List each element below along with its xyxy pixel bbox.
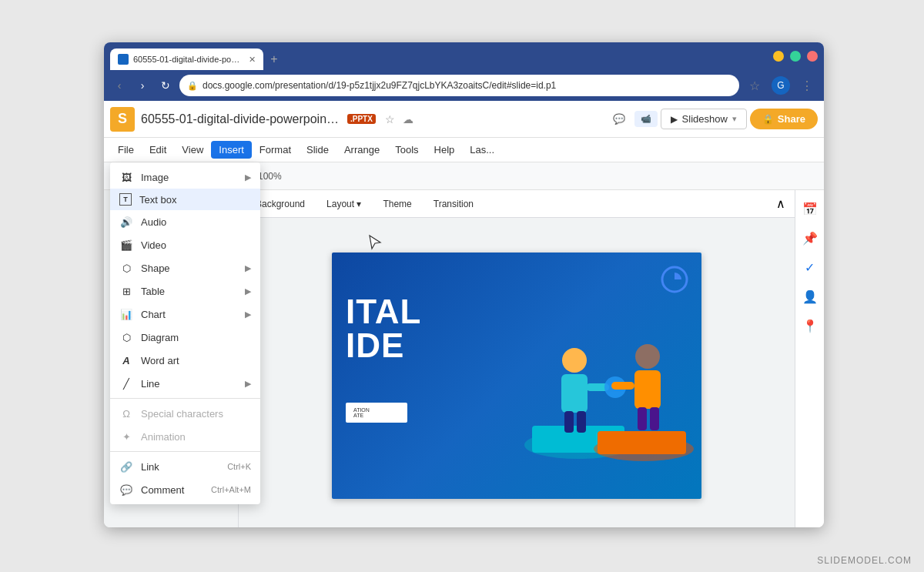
address-bar: ‹ › ↻ 🔒 docs.google.com/presentation/d/1… — [104, 70, 824, 101]
slide-title-line2: IDE — [346, 326, 404, 364]
insert-link-item[interactable]: 🔗 Link Ctrl+K — [110, 455, 260, 478]
menu-tools[interactable]: Tools — [387, 141, 426, 159]
textbox-label: Text box — [139, 194, 251, 206]
insert-comment-item[interactable]: 💬 Comment Ctrl+Alt+M — [110, 478, 260, 501]
menu-format[interactable]: Format — [252, 141, 299, 159]
audio-icon: 🔊 — [119, 215, 133, 229]
textbox-icon: T — [119, 193, 132, 206]
share-button[interactable]: 🔒 Share — [750, 109, 818, 129]
comment-icon: 💬 — [119, 483, 133, 497]
right-sidebar: 📅 📌 ✓ 👤 📍 + — [795, 190, 824, 527]
share-label: Share — [778, 113, 805, 125]
menu-divider-1 — [110, 398, 260, 399]
new-tab-button[interactable]: + — [263, 49, 285, 70]
menu-edit[interactable]: Edit — [142, 141, 174, 159]
svg-point-8 — [562, 348, 587, 373]
sidebar-calendar-icon[interactable]: 📅 — [798, 196, 822, 221]
menu-help[interactable]: Help — [427, 141, 463, 159]
insert-image-item[interactable]: 🖼 Image ▶ — [110, 166, 260, 189]
insert-special-chars-item[interactable]: Ω Special characters — [110, 402, 260, 425]
canvas-area[interactable]: ITAL IDE ATION ATE — [239, 218, 795, 527]
menu-bar: File Edit View Insert Format Slide Arran… — [104, 138, 824, 162]
maximize-button[interactable] — [790, 51, 801, 62]
slide-subtitle-line1: ATION — [353, 407, 370, 413]
slide-title-line1: ITAL — [346, 293, 422, 330]
comment-label: Comment — [141, 484, 203, 496]
doc-title[interactable]: 60555-01-digital-divide-powerpoint-templ… — [141, 112, 341, 126]
video-label: Video — [141, 239, 251, 251]
tab-title: 60555-01-digital-divide-powerp... — [133, 55, 241, 64]
animation-icon: ✦ — [119, 430, 133, 443]
insert-wordart-item[interactable]: A Word art — [110, 349, 260, 372]
insert-chart-item[interactable]: 📊 Chart ▶ — [110, 303, 260, 326]
insert-audio-item[interactable]: 🔊 Audio — [110, 210, 260, 233]
insert-textbox-item[interactable]: T Text box — [110, 189, 260, 210]
transition-button[interactable]: Transition — [426, 196, 481, 212]
diagram-icon: ⬡ — [119, 330, 133, 344]
image-label: Image — [141, 172, 237, 183]
slideshow-button[interactable]: ▶ Slideshow ▾ — [661, 109, 747, 129]
image-icon: 🖼 — [119, 170, 133, 184]
forward-button[interactable]: › — [133, 76, 152, 95]
video-icon: 🎬 — [119, 238, 133, 252]
collapse-button[interactable]: ∧ — [776, 196, 785, 211]
url-text: docs.google.com/presentation/d/19-p5z1tj… — [203, 80, 556, 91]
active-tab[interactable]: 60555-01-digital-divide-powerp... ✕ — [110, 49, 263, 70]
menu-view[interactable]: View — [174, 141, 211, 159]
table-arrow: ▶ — [245, 286, 251, 296]
address-bar-icons: ☆ G ⋮ — [744, 75, 818, 96]
sidebar-tasks-icon[interactable]: ✓ — [798, 255, 822, 279]
shape-icon: ⬡ — [119, 261, 133, 275]
svg-rect-10 — [564, 411, 574, 433]
sidebar-add-icon[interactable]: + — [798, 524, 822, 527]
tab-close-button[interactable]: ✕ — [249, 55, 256, 65]
line-arrow: ▶ — [245, 379, 251, 389]
layout-button[interactable]: Layout ▾ — [319, 196, 369, 212]
back-button[interactable]: ‹ — [110, 76, 129, 95]
comment-shortcut: Ctrl+Alt+M — [211, 485, 251, 494]
star-icon[interactable]: ☆ — [385, 113, 395, 125]
theme-button[interactable]: Theme — [375, 196, 419, 212]
url-bar[interactable]: 🔒 docs.google.com/presentation/d/19-p5z1… — [179, 75, 739, 96]
meet-button[interactable]: 📹 — [634, 111, 658, 127]
link-icon: 🔗 — [119, 460, 133, 473]
insert-video-item[interactable]: 🎬 Video — [110, 233, 260, 256]
close-button[interactable] — [807, 51, 818, 62]
insert-animation-item[interactable]: ✦ Animation — [110, 425, 260, 448]
special-chars-icon: Ω — [119, 406, 133, 420]
slide-canvas-area: Background Layout ▾ Theme Transition ∧ I… — [239, 190, 795, 527]
menu-icon[interactable]: ⋮ — [796, 75, 818, 96]
cloud-icon: ☁ — [403, 113, 413, 125]
tab-area: 60555-01-digital-divide-powerp... ✕ + — [110, 42, 764, 70]
pptx-badge: .PPTX — [347, 114, 376, 124]
insert-diagram-item[interactable]: ⬡ Diagram — [110, 326, 260, 349]
sidebar-keep-icon[interactable]: 📌 — [798, 226, 822, 250]
menu-divider-2 — [110, 451, 260, 452]
shape-label: Shape — [141, 263, 237, 274]
sidebar-maps-icon[interactable]: 📍 — [798, 313, 822, 338]
menu-slide[interactable]: Slide — [299, 141, 336, 159]
menu-insert[interactable]: Insert — [211, 141, 252, 159]
audio-label: Audio — [141, 216, 251, 228]
table-icon: ⊞ — [119, 284, 133, 298]
minimize-button[interactable] — [773, 51, 784, 62]
insert-line-item[interactable]: ╱ Line ▶ — [110, 372, 260, 395]
svg-rect-7 — [598, 431, 686, 454]
chat-button[interactable]: 💬 — [607, 110, 631, 128]
bookmark-icon[interactable]: ☆ — [744, 75, 765, 96]
slide-subtitle-line2: ATE — [353, 413, 363, 418]
refresh-button[interactable]: ↻ — [156, 76, 175, 95]
menu-last[interactable]: Las... — [462, 141, 502, 159]
insert-table-item[interactable]: ⊞ Table ▶ — [110, 279, 260, 303]
slideshow-dropdown-icon: ▾ — [732, 114, 737, 124]
slideshow-label: Slideshow — [682, 113, 728, 125]
header-icons: 💬 📹 ▶ Slideshow ▾ 🔒 Share — [607, 109, 818, 129]
app-header: S 60555-01-digital-divide-powerpoint-tem… — [104, 101, 824, 138]
sidebar-contacts-icon[interactable]: 👤 — [798, 284, 822, 309]
menu-arrange[interactable]: Arrange — [336, 141, 387, 159]
insert-shape-item[interactable]: ⬡ Shape ▶ — [110, 256, 260, 279]
lock-icon: 🔒 — [187, 81, 198, 91]
menu-file[interactable]: File — [110, 141, 142, 159]
svg-rect-16 — [638, 407, 647, 430]
profile-icon[interactable]: G — [772, 76, 790, 95]
